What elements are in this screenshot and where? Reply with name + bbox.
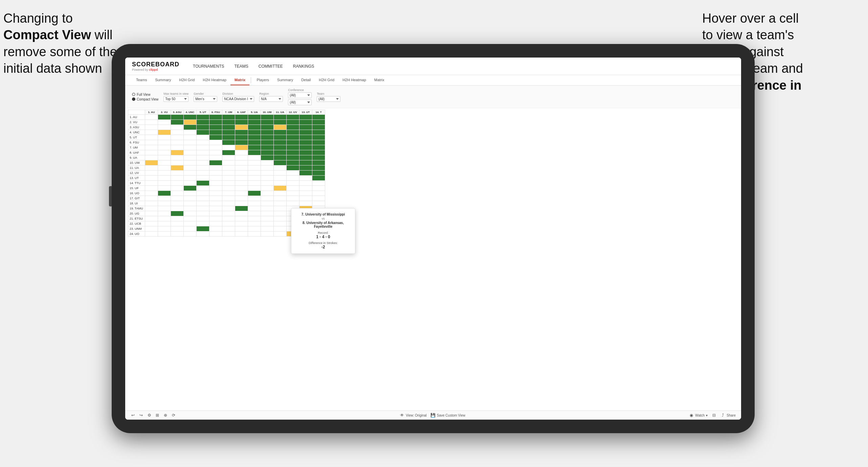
matrix-cell[interactable] — [248, 196, 261, 201]
matrix-cell[interactable] — [287, 115, 299, 120]
undo-button[interactable]: ↩ — [131, 413, 135, 418]
matrix-cell[interactable] — [261, 201, 274, 206]
matrix-cell[interactable] — [158, 226, 171, 231]
matrix-cell[interactable] — [222, 196, 235, 201]
matrix-cell[interactable] — [235, 216, 248, 221]
matrix-cell[interactable] — [184, 115, 197, 120]
matrix-cell[interactable] — [209, 120, 222, 125]
matrix-cell[interactable] — [248, 226, 261, 231]
matrix-cell[interactable] — [274, 145, 287, 150]
matrix-cell[interactable] — [145, 191, 158, 196]
matrix-cell[interactable] — [274, 140, 287, 145]
matrix-cell[interactable] — [197, 206, 209, 211]
matrix-cell[interactable] — [248, 231, 261, 237]
matrix-cell[interactable] — [312, 120, 325, 125]
matrix-cell[interactable] — [145, 206, 158, 211]
matrix-cell[interactable] — [171, 226, 184, 231]
matrix-cell[interactable] — [209, 211, 222, 216]
matrix-cell[interactable] — [197, 125, 209, 130]
matrix-cell[interactable] — [222, 216, 235, 221]
matrix-cell[interactable] — [222, 160, 235, 165]
matrix-cell[interactable] — [287, 145, 299, 150]
matrix-cell[interactable] — [261, 206, 274, 211]
matrix-cell[interactable] — [312, 130, 325, 135]
matrix-cell[interactable] — [274, 216, 287, 221]
matrix-cell[interactable] — [145, 186, 158, 191]
matrix-cell[interactable] — [197, 130, 209, 135]
matrix-cell[interactable] — [158, 176, 171, 181]
matrix-cell[interactable] — [261, 155, 274, 160]
matrix-cell[interactable] — [145, 181, 158, 186]
matrix-cell[interactable] — [274, 181, 287, 186]
matrix-cell[interactable] — [312, 160, 325, 165]
matrix-cell[interactable] — [274, 130, 287, 135]
matrix-cell[interactable] — [274, 196, 287, 201]
matrix-cell[interactable] — [171, 206, 184, 211]
matrix-cell[interactable] — [299, 115, 312, 120]
matrix-cell[interactable] — [299, 125, 312, 130]
matrix-cell[interactable] — [248, 165, 261, 171]
matrix-cell[interactable] — [184, 176, 197, 181]
matrix-cell[interactable] — [235, 191, 248, 196]
matrix-cell[interactable] — [171, 130, 184, 135]
matrix-cell[interactable] — [197, 160, 209, 165]
matrix-cell[interactable] — [145, 165, 158, 171]
nav-committee[interactable]: COMMITTEE — [259, 64, 283, 69]
matrix-cell[interactable] — [274, 125, 287, 130]
matrix-cell[interactable] — [171, 176, 184, 181]
matrix-cell[interactable] — [261, 171, 274, 176]
matrix-cell[interactable] — [299, 150, 312, 155]
matrix-cell[interactable] — [158, 160, 171, 165]
subnav-summary1[interactable]: Summary — [151, 75, 175, 85]
matrix-cell[interactable] — [261, 226, 274, 231]
matrix-cell[interactable] — [261, 165, 274, 171]
matrix-cell[interactable] — [312, 176, 325, 181]
matrix-cell[interactable] — [248, 181, 261, 186]
grid-button[interactable]: ⊞ — [155, 413, 160, 418]
matrix-cell[interactable] — [158, 171, 171, 176]
nav-teams[interactable]: TEAMS — [234, 64, 248, 69]
matrix-cell[interactable] — [261, 196, 274, 201]
matrix-cell[interactable] — [197, 196, 209, 201]
matrix-cell[interactable] — [184, 196, 197, 201]
matrix-cell[interactable] — [209, 231, 222, 237]
matrix-cell[interactable] — [274, 176, 287, 181]
matrix-cell[interactable] — [158, 191, 171, 196]
matrix-cell[interactable] — [287, 201, 299, 206]
matrix-cell[interactable] — [145, 171, 158, 176]
matrix-cell[interactable] — [197, 211, 209, 216]
matrix-cell[interactable] — [299, 186, 312, 191]
matrix-cell[interactable] — [235, 160, 248, 165]
subnav-h2hheatmap2[interactable]: H2H Heatmap — [338, 75, 370, 85]
matrix-cell[interactable] — [312, 140, 325, 145]
matrix-cell[interactable] — [235, 115, 248, 120]
matrix-cell[interactable] — [299, 155, 312, 160]
matrix-cell[interactable] — [248, 155, 261, 160]
matrix-cell[interactable] — [184, 140, 197, 145]
matrix-cell[interactable] — [158, 186, 171, 191]
matrix-cell[interactable] — [209, 125, 222, 130]
matrix-cell[interactable] — [235, 155, 248, 160]
matrix-cell[interactable] — [209, 135, 222, 140]
matrix-cell[interactable] — [248, 221, 261, 226]
matrix-cell[interactable] — [248, 150, 261, 155]
matrix-cell[interactable] — [274, 135, 287, 140]
matrix-cell[interactable] — [287, 186, 299, 191]
matrix-cell[interactable] — [274, 226, 287, 231]
matrix-cell[interactable] — [222, 201, 235, 206]
matrix-cell[interactable] — [261, 140, 274, 145]
matrix-cell[interactable] — [184, 231, 197, 237]
matrix-cell[interactable] — [171, 160, 184, 165]
matrix-cell[interactable] — [145, 120, 158, 125]
matrix-cell[interactable] — [299, 145, 312, 150]
matrix-cell[interactable] — [248, 171, 261, 176]
matrix-cell[interactable] — [158, 181, 171, 186]
matrix-cell[interactable] — [312, 191, 325, 196]
layout-button[interactable]: ⊟ — [712, 413, 716, 418]
matrix-cell[interactable] — [222, 206, 235, 211]
matrix-cell[interactable] — [209, 140, 222, 145]
matrix-cell[interactable] — [287, 150, 299, 155]
compact-view-radio[interactable] — [132, 97, 135, 101]
matrix-cell[interactable] — [184, 211, 197, 216]
matrix-cell[interactable] — [209, 201, 222, 206]
